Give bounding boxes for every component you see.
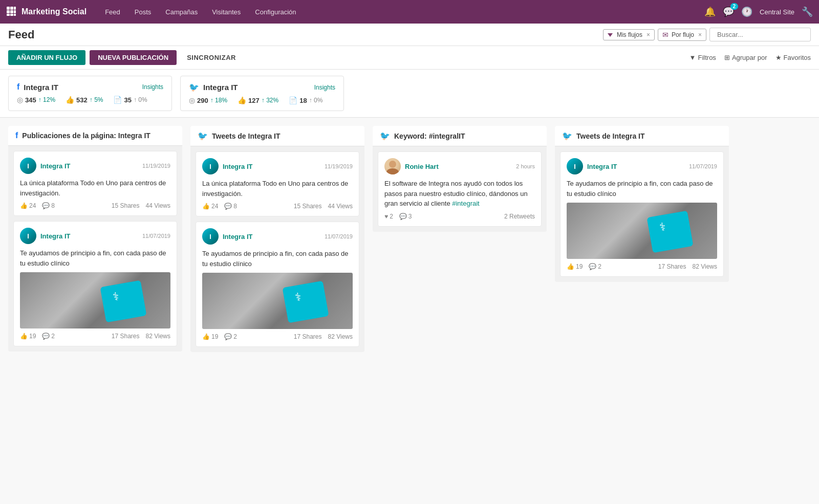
shares-views: 17 Shares 82 Views [112, 333, 170, 340]
shares: 17 Shares [658, 263, 686, 270]
post-card-header: I Integra IT 11/07/2019 [567, 158, 717, 174]
post-card: I Integra IT 11/07/2019 Te ayudamos de p… [560, 151, 724, 277]
like-stat: 👍 19 [202, 333, 218, 340]
nav-campanas[interactable]: Campañas [159, 6, 204, 18]
author-name[interactable]: Integra IT [223, 233, 253, 240]
feed-column-tw-tweets2: 🐦 Tweets de Integra IT I Integra IT 11/0… [555, 126, 729, 282]
top-navigation: Marketing Social Feed Posts Campañas Vis… [0, 0, 819, 24]
post-text: Te ayudamos de principio a fin, con cada… [202, 249, 353, 269]
filter-mis-flujos[interactable]: Mis flujos × [603, 29, 655, 40]
post-image [202, 273, 353, 329]
comment-stat: 💬 2 [589, 263, 601, 270]
author-name[interactable]: Integra IT [587, 163, 617, 170]
post-footer: 👍 19 💬 2 17 Shares 82 Views [202, 333, 353, 340]
feed-column-tw-tweets: 🐦 Tweets de Integra IT I Integra IT 11/1… [190, 126, 364, 352]
stat-tw-likes: 👍 127 ↑ 32% [238, 96, 278, 104]
like-stat: 👍 19 [567, 263, 583, 270]
shares-views: 17 Shares 82 Views [294, 333, 353, 340]
post-footer: 👍 19 💬 2 17 Shares 82 Views [567, 263, 717, 270]
add-flow-button[interactable]: AÑADIR UN FLUJO [8, 50, 85, 65]
filter-por-flujo-close[interactable]: × [698, 31, 702, 38]
post-text: Te ayudamos de principio a fin, con cada… [20, 248, 170, 268]
kw-col-title: Keyword: #integralIT [394, 132, 465, 140]
svg-rect-1 [10, 7, 13, 10]
tw-kw-icon: 🐦 [380, 131, 390, 141]
post-card-header: I Integra IT 11/19/2019 [202, 158, 353, 174]
tw-col-icon: 🐦 [198, 131, 208, 141]
svg-rect-8 [14, 14, 16, 16]
views: 44 Views [328, 203, 353, 210]
post-image [20, 272, 170, 328]
post-text: La única plataforma Todo en Uno para cen… [20, 178, 170, 198]
author-name[interactable]: Integra IT [40, 232, 71, 240]
author-name[interactable]: Ronie Hart [405, 163, 439, 170]
stats-tw-insights[interactable]: Insights [314, 84, 335, 91]
svg-rect-6 [7, 14, 10, 16]
avatar: I [567, 158, 583, 174]
hashtag: #integrait [452, 200, 479, 207]
post-card-header: I Integra IT 11/07/2019 [202, 228, 353, 245]
username[interactable]: Central Site [760, 8, 794, 16]
post-text: La única plataforma Todo en Uno para cen… [202, 179, 353, 199]
thumb-tw-icon: 👍 [238, 96, 246, 104]
filters-control[interactable]: ▼ Filtros [689, 54, 716, 61]
search-wrapper [709, 28, 811, 41]
apps-grid-icon[interactable] [6, 6, 16, 18]
views: 82 Views [146, 333, 170, 340]
author-name[interactable]: Integra IT [40, 162, 71, 170]
favorites-label: Favoritos [784, 54, 811, 61]
stats-fb-insights[interactable]: Insights [142, 83, 163, 91]
nav-feed[interactable]: Feed [99, 6, 126, 18]
filter-mis-flujos-label: Mis flujos [617, 31, 642, 38]
post-card: I Integra IT 11/19/2019 La única platafo… [196, 151, 359, 216]
app-title: Marketing Social [21, 7, 87, 16]
post-image [567, 203, 717, 259]
favorites-control[interactable]: ★ Favoritos [775, 54, 811, 61]
settings-icon[interactable]: 🔧 [802, 6, 813, 17]
feed-column-fb-publicaciones: f Publicaciones de la página: Integra IT… [8, 126, 182, 352]
nav-posts[interactable]: Posts [128, 6, 158, 18]
post-date: 11/19/2019 [142, 163, 170, 169]
nav-visitantes[interactable]: Visitantes [206, 6, 247, 18]
group-by-control[interactable]: ⊞ Agrupar por [724, 54, 767, 61]
new-publication-button[interactable]: NUEVA PUBLICACIÓN [90, 50, 177, 65]
search-bar: Mis flujos × ✉ Por flujo × [603, 28, 811, 41]
filter-mis-flujos-close[interactable]: × [646, 31, 650, 38]
like-stat: 👍 24 [20, 202, 36, 209]
shares: 17 Shares [294, 333, 322, 340]
avatar: I [20, 158, 36, 174]
doc-icon: 📄 [113, 96, 122, 104]
like-stat: 👍 24 [202, 203, 218, 210]
filters-label: Filtros [698, 54, 716, 61]
filter-por-flujo[interactable]: ✉ Por flujo × [658, 29, 706, 41]
post-card-header: I Integra IT 11/07/2019 [20, 228, 170, 244]
filter-triangle-icon [608, 31, 614, 38]
search-input[interactable] [713, 29, 807, 40]
post-date: 11/07/2019 [142, 233, 170, 239]
stats-section: f Integra IT Insights ◎ 345 ↑ 12% 👍 532 … [0, 70, 819, 118]
facebook-icon: f [17, 82, 19, 92]
svg-rect-3 [7, 10, 10, 13]
twitter-icon: 🐦 [189, 82, 199, 92]
views: 82 Views [693, 263, 717, 270]
actionbar-left: AÑADIR UN FLUJO NUEVA PUBLICACIÓN SINCRO… [8, 50, 242, 65]
comment-stat: 💬 8 [224, 203, 237, 210]
post-author: I Integra IT [567, 158, 617, 174]
stats-tw-row: ◎ 290 ↑ 18% 👍 127 ↑ 32% 📄 18 ↑ 0% [189, 96, 335, 104]
post-card: I Integra IT 11/19/2019 La única platafo… [13, 151, 177, 216]
avatar [384, 158, 401, 174]
post-card-header: Ronie Hart 2 hours [384, 158, 535, 174]
group-by-label: Agrupar por [732, 54, 767, 61]
notification-bell-icon[interactable]: 🔔 [704, 6, 716, 17]
author-name[interactable]: Integra IT [223, 163, 253, 170]
sync-button[interactable]: SINCRONIZAR [181, 50, 242, 65]
message-badge: 2 [730, 3, 739, 10]
clock-icon[interactable]: 🕐 [741, 6, 752, 17]
tw-col2-icon: 🐦 [562, 131, 572, 141]
shares: 15 Shares [112, 202, 140, 209]
stat-tw-likes-val: 127 [248, 97, 260, 104]
nav-configuracion[interactable]: Configuración [249, 6, 302, 18]
post-footer: 👍 24 💬 8 15 Shares 44 Views [202, 203, 353, 210]
messages-icon[interactable]: 💬2 [723, 6, 734, 17]
tw-col-title: Tweets de Integra IT [212, 132, 281, 140]
